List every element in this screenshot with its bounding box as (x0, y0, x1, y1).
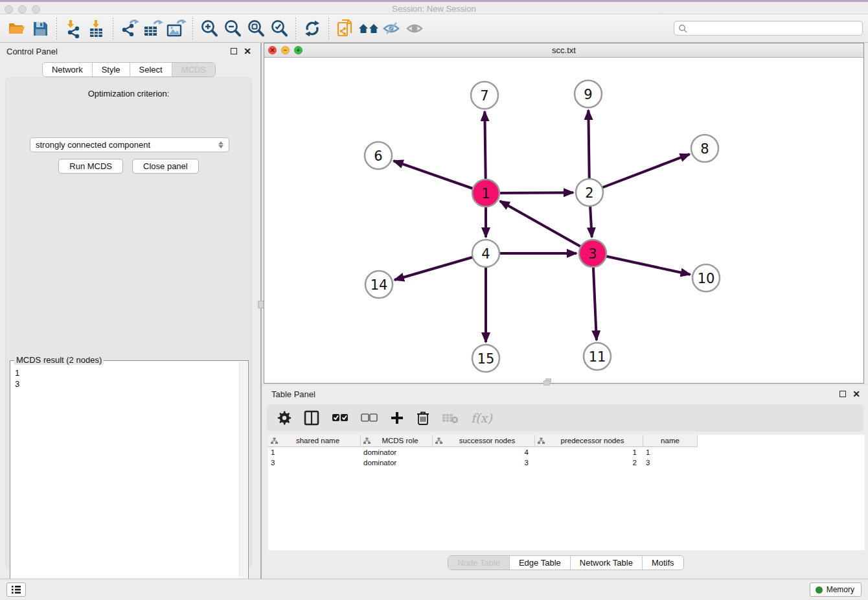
table-cell[interactable]: 3 (643, 457, 698, 468)
graph-node-4[interactable]: 4 (472, 240, 499, 267)
application-window: Session: New Session (0, 0, 868, 600)
tab-mcds[interactable]: MCDS (172, 63, 215, 76)
result-scrollbar[interactable] (239, 362, 247, 599)
network-minimize-button[interactable]: − (281, 46, 290, 54)
close-panel-button[interactable]: Close panel (132, 159, 199, 174)
graph-edge-1-6[interactable] (394, 161, 486, 193)
import-table-button[interactable] (85, 17, 108, 40)
network-close-button[interactable]: ✕ (268, 46, 277, 54)
column-header-MCDS-role[interactable]: MCDS role (361, 435, 433, 447)
zoom-fit-button[interactable] (244, 17, 268, 40)
table-toolbar: f(x) (267, 404, 863, 432)
first-neighbors-button[interactable] (357, 17, 380, 40)
export-table-icon (143, 19, 163, 38)
graph-node-10[interactable]: 10 (692, 264, 720, 292)
graph-node-9[interactable]: 9 (575, 80, 602, 108)
memory-button[interactable]: Memory (810, 583, 862, 597)
graph-node-11[interactable]: 11 (584, 343, 611, 370)
column-header-successor-nodes[interactable]: successor nodes (433, 435, 535, 447)
close-table-panel-icon[interactable]: ✕ (852, 391, 860, 397)
show-columns-button[interactable] (304, 408, 319, 428)
column-sort-icon (538, 437, 545, 444)
run-mcds-button[interactable]: Run MCDS (58, 159, 123, 174)
network-window-titlebar[interactable]: ✕ − + scc.txt (264, 43, 863, 58)
columns-icon (304, 410, 319, 426)
close-panel-icon[interactable]: ✕ (244, 48, 251, 54)
tab-network[interactable]: Network (43, 63, 93, 76)
graph-node-2[interactable]: 2 (576, 179, 603, 206)
table-row[interactable]: 3dominator323 (268, 457, 865, 468)
tab-node-table[interactable]: Node Table (448, 556, 510, 570)
float-table-panel-icon[interactable] (839, 391, 846, 397)
open-session-button[interactable] (5, 17, 29, 40)
zoom-out-button[interactable] (221, 17, 244, 40)
graph-edge-2-8[interactable] (589, 154, 690, 192)
svg-text:1: 1 (481, 186, 490, 202)
zoom-selected-button[interactable] (268, 17, 291, 40)
graph-node-14[interactable]: 14 (365, 271, 393, 298)
search-field[interactable] (674, 21, 863, 36)
column-header-shared-name[interactable]: shared name (268, 435, 361, 447)
graph-node-6[interactable]: 6 (365, 142, 392, 169)
table-cell[interactable]: 1 (268, 447, 361, 457)
status-bar: Memory (0, 579, 868, 600)
fx-icon: f(x) (471, 411, 492, 425)
column-sort-icon (271, 437, 278, 444)
memory-status-icon (816, 586, 823, 594)
table-settings-button[interactable] (277, 408, 291, 428)
column-header-name[interactable]: name (643, 435, 698, 447)
table-cell[interactable]: 1 (535, 447, 643, 457)
graph-node-8[interactable]: 8 (691, 135, 718, 162)
select-all-button[interactable] (332, 408, 348, 428)
save-session-button[interactable] (29, 17, 52, 40)
network-graph: 7968124314101511 (264, 58, 863, 383)
task-history-button[interactable] (6, 583, 26, 597)
network-canvas[interactable]: 7968124314101511 (264, 58, 863, 383)
table-cell[interactable]: 2 (535, 457, 643, 468)
graph-edge-3-10[interactable] (593, 253, 691, 275)
gear-icon (277, 411, 291, 425)
table-cell[interactable]: dominator (361, 447, 433, 457)
hide-selected-button[interactable] (380, 17, 404, 40)
float-panel-icon[interactable] (231, 48, 237, 54)
deselect-all-button[interactable] (361, 408, 378, 428)
tab-style[interactable]: Style (93, 63, 130, 76)
show-all-button[interactable] (404, 17, 427, 40)
table-row[interactable]: 1dominator411 (268, 447, 865, 457)
create-column-button[interactable] (390, 408, 404, 428)
table-cell[interactable]: dominator (361, 457, 433, 468)
table-cell[interactable]: 4 (433, 447, 535, 457)
mac-titlebar: Session: New Session (0, 0, 868, 14)
table-cell[interactable]: 3 (268, 457, 361, 468)
export-table-button[interactable] (141, 17, 165, 40)
criterion-dropdown[interactable]: strongly connected component (30, 137, 229, 152)
graph-node-15[interactable]: 15 (472, 345, 499, 372)
tab-select[interactable]: Select (130, 63, 172, 76)
graph-node-7[interactable]: 7 (471, 82, 498, 109)
table-cell[interactable]: 1 (643, 447, 698, 457)
zoom-in-button[interactable] (198, 17, 221, 40)
function-builder-button[interactable]: f(x) (471, 408, 492, 428)
network-maximize-button[interactable]: + (294, 46, 303, 54)
table-cell[interactable]: 3 (433, 457, 535, 468)
search-input[interactable] (687, 24, 858, 33)
delete-table-button[interactable] (442, 408, 459, 428)
mcds-result-box: MCDS result (2 nodes) 1 3 (10, 360, 249, 600)
tab-edge-table[interactable]: Edge Table (510, 556, 571, 570)
export-network-button[interactable] (118, 17, 141, 40)
delete-columns-button[interactable] (417, 408, 429, 428)
horizontal-divider-grip[interactable] (543, 380, 550, 386)
graph-node-1[interactable]: 1 (472, 179, 499, 207)
column-header-predecessor-nodes[interactable]: predecessor nodes (535, 435, 643, 447)
tab-network-table[interactable]: Network Table (571, 556, 643, 570)
refresh-button[interactable] (301, 17, 324, 40)
tab-motifs[interactable]: Motifs (643, 556, 683, 570)
graph-node-3[interactable]: 3 (579, 240, 606, 267)
vertical-split-divider[interactable] (260, 43, 262, 579)
clone-network-button[interactable] (334, 17, 357, 40)
import-network-button[interactable] (62, 17, 85, 40)
graph-edge-3-1[interactable] (500, 201, 593, 253)
export-image-button[interactable] (165, 17, 188, 40)
horizontal-split-divider[interactable] (262, 384, 868, 385)
svg-text:10: 10 (698, 271, 715, 286)
